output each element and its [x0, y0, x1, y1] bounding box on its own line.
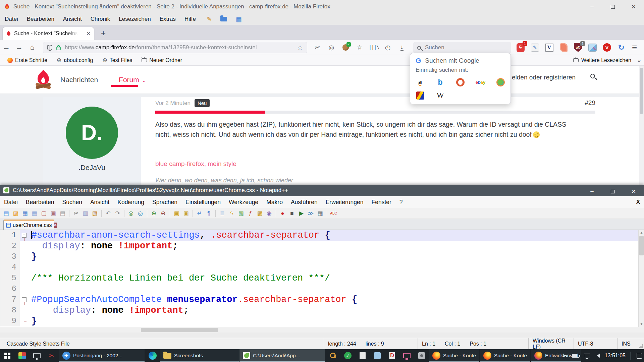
sync-v-icon[interactable]: ▣: [172, 209, 181, 218]
sync-refresh-icon[interactable]: ↻: [617, 43, 626, 52]
firefox-menu-extras[interactable]: Extras: [160, 16, 176, 22]
avatar[interactable]: D.: [66, 107, 118, 159]
blue-card-icon[interactable]: [370, 349, 385, 362]
scrollbar-thumb[interactable]: [141, 328, 218, 332]
document-tab[interactable]: userChrome.css ✕: [3, 220, 54, 230]
firefox-menu-hilfe[interactable]: Hilfe: [184, 16, 196, 22]
shield-icon[interactable]: [47, 45, 52, 51]
close-icon[interactable]: ✕: [623, 0, 644, 13]
amazon-icon[interactable]: a: [416, 78, 425, 87]
volume-icon[interactable]: [595, 353, 600, 358]
fold-collapse-icon[interactable]: −: [20, 294, 29, 305]
doc-close-icon[interactable]: X: [636, 199, 640, 205]
screenshot-editor-icon[interactable]: ✎: [588, 43, 597, 52]
macro-stop-icon[interactable]: ■: [288, 209, 296, 218]
back-icon[interactable]: ←: [0, 43, 13, 52]
save-all-icon[interactable]: ▦: [30, 209, 39, 218]
npp-menu-sprachen[interactable]: Sprachen: [152, 199, 177, 206]
star-addon-icon[interactable]: ☆: [355, 43, 364, 52]
leo-icon[interactable]: [416, 91, 425, 100]
notification-center-icon[interactable]: [637, 353, 642, 359]
network-icon[interactable]: [584, 354, 590, 358]
scroll-up-icon[interactable]: ▲: [639, 230, 644, 235]
npp-menu-makro[interactable]: Makro: [266, 199, 283, 206]
macro-play-icon[interactable]: ▶: [297, 209, 306, 218]
wikipedia-icon[interactable]: W: [436, 91, 445, 100]
ebay-icon[interactable]: ebay: [476, 78, 485, 87]
author-name[interactable]: .DeJaVu: [43, 164, 141, 172]
start-button[interactable]: [0, 349, 15, 362]
npp-menu-fenster[interactable]: Fenster: [372, 199, 391, 206]
firefox-titlebar[interactable]: Suche - Kontext "Sucheinstellung ändern"…: [0, 0, 644, 13]
tab-close-icon[interactable]: ✕: [86, 31, 91, 37]
search-input[interactable]: Suchen: [413, 42, 511, 53]
spellcheck-abc-icon[interactable]: ABC: [329, 209, 338, 218]
sync-h-icon[interactable]: ▣: [182, 209, 190, 218]
show-symbols-icon[interactable]: ¶: [205, 209, 213, 218]
scrollbar-thumb[interactable]: [640, 68, 643, 114]
taskbar-firefox-2[interactable]: Suche - Kontext "Su...: [480, 349, 530, 362]
bookmark-star-icon[interactable]: ☆: [297, 44, 303, 52]
npp-menu-help[interactable]: ?: [399, 199, 403, 206]
more-bookmarks[interactable]: Weitere Lesezeichen: [573, 57, 631, 63]
taskbar-firefox-1[interactable]: Suche - Kontext "Su...: [429, 349, 479, 362]
zoom-out-icon[interactable]: ⊖: [159, 209, 167, 218]
active-tab[interactable]: Suche - Kontext "Sucheinste ✕: [3, 27, 94, 40]
d-tool-icon[interactable]: D: [385, 349, 399, 362]
copy-icon[interactable]: ▥: [81, 209, 90, 218]
check-icon[interactable]: ✓: [340, 349, 355, 362]
adblock-lightning-icon[interactable]: ϟ1: [516, 43, 525, 52]
firefox-menu-chronik[interactable]: Chronik: [91, 16, 110, 22]
search-with-google[interactable]: Suchen mit Google: [425, 57, 479, 64]
npp-menu-kodierung[interactable]: Kodierung: [117, 199, 144, 206]
run-flash-icon[interactable]: ϟ: [227, 209, 236, 218]
npp-menu-erweiterungen[interactable]: Erweiterungen: [326, 199, 364, 206]
v-box-extension-icon[interactable]: V: [545, 43, 554, 52]
menu-hamburger-icon[interactable]: ≡: [632, 40, 637, 55]
fold-collapse-icon[interactable]: −: [20, 230, 29, 241]
resize-grip[interactable]: [639, 344, 643, 348]
monitoring-icon[interactable]: ◉: [265, 209, 273, 218]
save-icon[interactable]: ▦: [21, 209, 29, 218]
npp-menu-suchen[interactable]: Suchen: [62, 199, 82, 206]
macro-multi-icon[interactable]: ≫: [307, 209, 315, 218]
cookie-check-icon[interactable]: ✓: [341, 43, 350, 52]
taskbar-screenshots-folder[interactable]: Screenshots: [160, 349, 239, 362]
taskbar-thunderbird[interactable]: Posteingang - 2002...: [59, 349, 145, 362]
bookmarks-overflow-icon[interactable]: »: [638, 57, 641, 63]
npp-menu-bearbeiten[interactable]: Bearbeiten: [26, 199, 54, 206]
firefox-menu-bearbeiten[interactable]: Bearbeiten: [27, 16, 54, 22]
edge-icon[interactable]: [145, 349, 160, 362]
macro-record-icon[interactable]: ●: [278, 209, 287, 218]
redo-icon[interactable]: ↷: [113, 209, 122, 218]
scroll-down-icon[interactable]: ▼: [639, 321, 644, 327]
new-file-icon[interactable]: ▤: [2, 209, 10, 218]
code-editor[interactable]: 1−#searchbar-anon-search-settings, .sear…: [0, 230, 638, 327]
url-bar[interactable]: https://www.camp-firefox.de/forum/thema/…: [43, 42, 307, 53]
npp-menu-einstellungen[interactable]: Einstellungen: [185, 199, 221, 206]
nav-nachrichten[interactable]: Nachrichten: [60, 76, 98, 84]
clock-time[interactable]: 13:51:05: [605, 353, 626, 359]
scissors-icon[interactable]: ✂: [313, 43, 322, 52]
npp-menu-datei[interactable]: Datei: [4, 199, 18, 206]
notes-icon[interactable]: ✎: [207, 15, 212, 23]
npp-menu-ansicht[interactable]: Ansicht: [90, 199, 109, 206]
url-text[interactable]: https://www.camp-firefox.de/forum/thema/…: [65, 44, 279, 51]
pink-monitor-icon[interactable]: [399, 349, 414, 362]
colorful-app-icon[interactable]: [15, 349, 30, 362]
page-scrollbar[interactable]: [639, 66, 644, 185]
print-icon[interactable]: ▤: [58, 209, 67, 218]
forum-search-icon[interactable]: [590, 74, 595, 80]
notes-extension-icon[interactable]: ✎: [530, 43, 539, 52]
snipping-scissors-icon[interactable]: ✂: [44, 349, 59, 362]
undo-icon[interactable]: ↶: [104, 209, 112, 218]
post-timestamp[interactable]: Vor 2 Minuten: [155, 100, 191, 107]
editor-horizontal-scrollbar[interactable]: [0, 327, 644, 333]
post-number[interactable]: #29: [585, 99, 595, 107]
close-all-icon[interactable]: ▣: [49, 209, 57, 218]
scrollbar-thumb[interactable]: [639, 236, 644, 255]
login-register-link[interactable]: elden oder registrieren: [512, 74, 576, 81]
macro-save-icon[interactable]: ▦: [316, 209, 324, 218]
find-icon[interactable]: ◎: [127, 209, 135, 218]
home-icon[interactable]: ⌂: [25, 43, 39, 51]
